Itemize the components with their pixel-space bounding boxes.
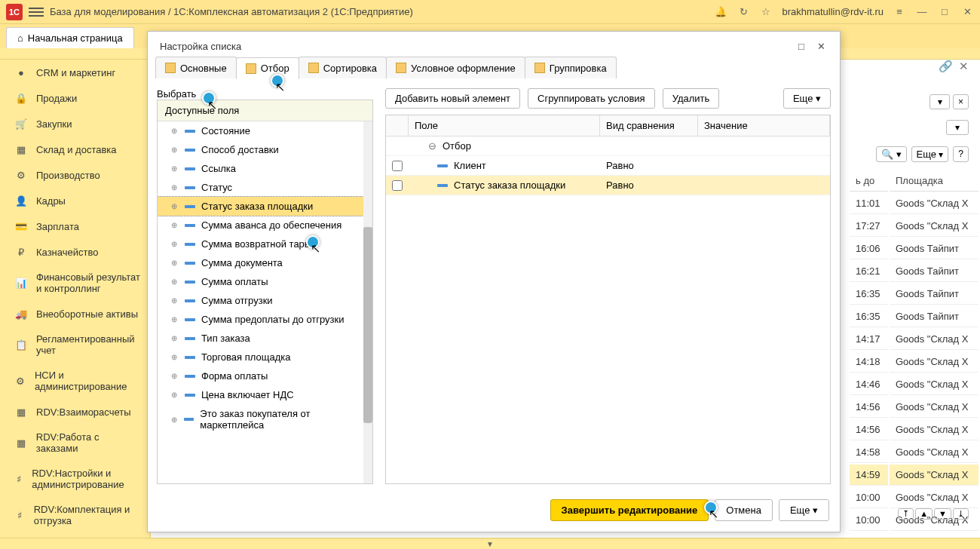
table-row[interactable]: 14:56Goods "Склад X (850, 397, 978, 418)
dialog-restore-icon[interactable]: □ (795, 41, 808, 52)
link-icon[interactable]: 🔗 (939, 60, 953, 73)
expand-icon[interactable]: ⊕ (171, 334, 179, 342)
expand-icon[interactable]: ⊕ (171, 259, 179, 267)
footer-more-button[interactable]: Еще ▾ (779, 499, 829, 521)
available-field[interactable]: ⊕Форма оплаты (158, 367, 372, 385)
filter-row[interactable]: Статус заказа площадкиРавно (386, 176, 830, 195)
filter-row-checkbox[interactable] (392, 161, 403, 171)
table-row[interactable]: 16:35Goods Тайпит (850, 284, 978, 305)
sidebar-item-2[interactable]: 🛒Закупки (0, 111, 150, 136)
star-icon[interactable]: ☆ (759, 5, 773, 19)
clear-btn[interactable]: × (953, 94, 969, 109)
dialog-tab-1[interactable]: Отбор (236, 57, 299, 79)
nav-last-icon[interactable]: ⤓ (953, 508, 969, 520)
bg-close-icon[interactable]: ✕ (959, 60, 969, 73)
search-icon[interactable]: 🔍 ▾ (876, 146, 907, 162)
sidebar-item-10[interactable]: 📋Регламентированный учет (0, 327, 150, 363)
available-field[interactable]: ⊕Торговая площадка (158, 348, 372, 367)
sidebar-item-6[interactable]: 💳Зарплата (0, 213, 150, 239)
available-field[interactable]: ⊕Состояние (158, 121, 372, 140)
close-icon[interactable]: ✕ (960, 5, 974, 19)
table-row[interactable]: 17:27Goods "Склад X (850, 216, 978, 237)
sidebar-item-15[interactable]: ♯RDV:Комплектация и отгрузка (0, 497, 150, 533)
available-field[interactable]: ⊕Сумма аванса до обеспечения (158, 216, 372, 235)
help-btn[interactable]: ? (953, 146, 969, 162)
table-row[interactable]: 14:17Goods "Склад X (850, 329, 978, 350)
collapse-icon[interactable]: ⊖ (428, 140, 436, 152)
dialog-tab-4[interactable]: Группировка (525, 57, 617, 78)
filter-col-compare[interactable]: Вид сравнения (600, 115, 698, 136)
available-field[interactable]: ⊕Сумма документа (158, 253, 372, 272)
expand-icon[interactable]: ⊕ (171, 146, 179, 154)
bg-more-btn[interactable]: Еще ▾ (911, 146, 949, 162)
filter-compare-value[interactable]: Равно (600, 156, 698, 175)
windows-icon[interactable]: ≡ (893, 5, 906, 19)
expand-icon[interactable]: ⊕ (171, 278, 179, 286)
filter-compare-value[interactable]: Равно (600, 176, 698, 195)
table-row[interactable]: 16:06Goods Тайпит (850, 238, 978, 259)
expand-icon[interactable]: ⊕ (171, 164, 179, 173)
sidebar-item-8[interactable]: 📊Финансовый результат и контроллинг (0, 265, 150, 301)
finish-editing-button[interactable]: Завершить редактирование (550, 499, 709, 521)
available-field[interactable]: ⊕Сумма отгрузки (158, 291, 372, 310)
available-field[interactable]: ⊕Статус заказа площадки (158, 197, 372, 216)
delete-button[interactable]: Удалить (663, 88, 720, 109)
filter-row-checkbox[interactable] (392, 180, 403, 191)
expand-icon[interactable]: ⊕ (171, 372, 179, 380)
table-row[interactable]: 10:00Goods "Склад X (850, 487, 978, 508)
sidebar-item-13[interactable]: ▦RDV:Работа с заказами (0, 425, 150, 461)
expand-bar-bottom[interactable]: ▼ (0, 538, 980, 549)
sidebar-item-11[interactable]: ⚙НСИ и администрирование (0, 363, 150, 399)
available-field[interactable]: ⊕Статус (158, 178, 372, 197)
available-field[interactable]: ⊕Это заказ покупателя от маркетплейса (158, 404, 372, 434)
col-time[interactable]: ь до (850, 170, 888, 192)
available-field[interactable]: ⊕Способ доставки (158, 140, 372, 159)
minimize-icon[interactable]: — (915, 5, 929, 19)
available-fields-list[interactable]: ⊕Состояние⊕Способ доставки⊕Ссылка⊕Статус… (158, 121, 372, 483)
expand-icon[interactable]: ⊕ (171, 127, 179, 135)
right-more-button[interactable]: Еще ▾ (783, 88, 831, 109)
available-field[interactable]: ⊕Сумма оплаты (158, 272, 372, 291)
filter-col-field[interactable]: Поле (409, 115, 600, 136)
history-icon[interactable]: ↻ (737, 5, 750, 19)
expand-icon[interactable]: ⊕ (171, 416, 178, 424)
dialog-tab-3[interactable]: Условное оформление (386, 57, 525, 78)
expand-icon[interactable]: ⊕ (171, 221, 179, 229)
sidebar-item-1[interactable]: 🔒Продажи (0, 85, 150, 111)
sidebar-item-4[interactable]: ⚙Производство (0, 162, 150, 188)
table-row[interactable]: 16:21Goods Тайпит (850, 261, 978, 282)
group-conditions-button[interactable]: Сгруппировать условия (528, 88, 655, 109)
start-page-tab[interactable]: ⌂ Начальная страница (6, 27, 134, 48)
cancel-button[interactable]: Отмена (715, 499, 773, 521)
expand-icon[interactable]: ⊕ (171, 240, 179, 248)
bell-icon[interactable]: 🔔 (714, 5, 727, 19)
expand-icon[interactable]: ⊕ (171, 353, 179, 361)
dialog-tab-2[interactable]: Сортировка (299, 57, 387, 78)
sidebar-item-7[interactable]: ₽Казначейство (0, 239, 150, 265)
expand-icon[interactable]: ⊕ (171, 296, 179, 305)
expand-icon[interactable]: ⊕ (171, 183, 179, 192)
menu-icon[interactable] (29, 5, 44, 20)
available-field[interactable]: ⊕Тип заказа (158, 329, 372, 348)
filter-value[interactable] (698, 182, 830, 189)
dialog-tab-0[interactable]: Основные (155, 57, 237, 78)
add-element-button[interactable]: Добавить новый элемент (385, 88, 520, 109)
table-row[interactable]: 14:46Goods "Склад X (850, 374, 978, 395)
table-row[interactable]: 14:56Goods "Склад X (850, 419, 978, 440)
maximize-icon[interactable]: □ (938, 5, 951, 19)
nav-down-icon[interactable]: ▼ (934, 508, 951, 520)
expand-icon[interactable]: ⊕ (171, 202, 179, 210)
sidebar-item-12[interactable]: ▦RDV:Взаиморасчеты (0, 399, 150, 425)
sidebar-item-14[interactable]: ♯RDV:Настройки и администрирование (0, 461, 150, 497)
table-row[interactable]: 14:58Goods "Склад X (850, 442, 978, 463)
filter-value[interactable] (698, 162, 830, 170)
table-row[interactable]: 14:18Goods "Склад X (850, 351, 978, 373)
table-row[interactable]: 16:35Goods Тайпит (850, 306, 978, 327)
available-field[interactable]: ⊕Цена включает НДС (158, 385, 372, 404)
select-dd[interactable]: ▾ (929, 94, 950, 109)
sidebar-item-3[interactable]: ▦Склад и доставка (0, 136, 150, 162)
table-row[interactable]: 14:59Goods "Склад X (850, 465, 978, 486)
nav-first-icon[interactable]: ⤒ (898, 508, 914, 520)
dialog-close-icon[interactable]: ✕ (814, 41, 828, 52)
expand-icon[interactable]: ⊕ (171, 391, 179, 399)
